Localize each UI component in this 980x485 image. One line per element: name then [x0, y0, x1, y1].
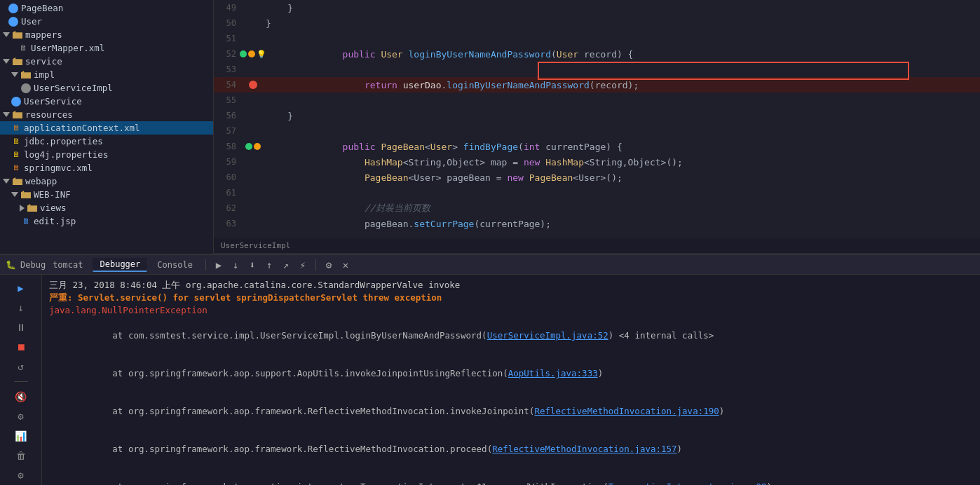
console-output: 三月 23, 2018 8:46:04 上午 org.apache.catali…	[42, 275, 980, 485]
folder-icon	[13, 31, 22, 39]
editor-filename-bar: UserServiceImpl	[214, 238, 980, 254]
link-reflective-1[interactable]: ReflectiveMethodInvocation.java:190	[534, 406, 719, 416]
step-over-icon-btn[interactable]: ↓	[13, 300, 29, 315]
code-lines: 49 } 50 } 51 52	[214, 0, 980, 254]
folder-icon	[13, 177, 22, 185]
separator	[205, 259, 206, 271]
code-line-55: 55	[214, 93, 980, 108]
interface-icon	[11, 97, 21, 107]
file-tree: PageBean User mappers 🗎 UserMapper.xml s…	[0, 0, 214, 254]
code-line-60: 60 PageBean<User> pageBean = new PageBea…	[214, 170, 980, 185]
link-userserviceimpl[interactable]: UserServiceImpl.java:52	[487, 330, 608, 341]
debug-status-icon: 🐛	[6, 260, 16, 270]
code-line-56: 56 }	[214, 108, 980, 123]
folder-icon	[27, 204, 37, 212]
step-over-btn[interactable]: ↓	[229, 258, 243, 272]
debug-dot-2-icon	[248, 50, 255, 57]
gutter-58	[243, 143, 263, 150]
class-icon	[21, 83, 31, 93]
sidebar-item-applicationcontext[interactable]: 🗎 applicationContext.xml	[0, 121, 213, 135]
breakpoint-icon[interactable]	[249, 81, 257, 89]
folder-icon	[21, 71, 31, 78]
chevron-down-icon	[11, 192, 18, 197]
console-line-5: at org.springframework.aop.support.AopUt…	[49, 355, 973, 392]
evaluate-btn[interactable]: ⚡	[296, 258, 310, 272]
chevron-down-icon	[11, 72, 18, 77]
tab-console[interactable]: Console	[150, 259, 200, 271]
folder-icon	[13, 111, 22, 118]
resume-btn[interactable]: ▶	[212, 258, 226, 272]
debug-dot-icon	[240, 50, 247, 57]
sidebar-item-editjsp[interactable]: 🗎 edit.jsp	[0, 214, 213, 228]
sidebar-item-views[interactable]: views	[0, 201, 213, 214]
console-line-8: at org.springframework.transaction.inter…	[49, 468, 973, 485]
chevron-down-icon	[3, 59, 10, 64]
console-line-3: java.lang.NullPointerException	[49, 304, 973, 317]
link-txinterceptor-1[interactable]: TransactionInterceptor.java:99	[608, 481, 767, 485]
close-btn[interactable]: ✕	[339, 258, 353, 272]
props-file-icon: 🗎	[13, 150, 21, 160]
tomcat-label: tomcat	[53, 260, 83, 270]
divider	[14, 381, 28, 382]
code-line-52: 52 💡 public User loginByUserNameAndPassw…	[214, 46, 980, 62]
folder-icon	[13, 57, 22, 65]
link-aoputils[interactable]: AopUtils.java:333	[508, 368, 598, 378]
step-out-btn[interactable]: ↑	[262, 258, 276, 272]
run-to-cursor-btn[interactable]: ↗	[279, 258, 293, 272]
code-line-54: 54 return userDao.loginByUserNameAndPass…	[214, 77, 980, 93]
mute-icon-btn[interactable]: 🔇	[13, 389, 29, 404]
settings-icon-btn[interactable]: ⚙	[13, 467, 29, 483]
sidebar-item-userserviceimpl[interactable]: UserServiceImpl	[0, 81, 213, 95]
console-line-1: 三月 23, 2018 8:46:04 上午 org.apache.catali…	[49, 279, 973, 292]
memory-icon-btn[interactable]: 📊	[13, 428, 29, 444]
debug-toolbar: 🐛 Debug tomcat Debugger Console ▶ ↓ ⬇ ↑ …	[0, 255, 980, 275]
editor-area: PageBean User mappers 🗎 UserMapper.xml s…	[0, 0, 980, 254]
debug-status-label: Debug	[20, 260, 46, 270]
sidebar-item-resources[interactable]: resources	[0, 108, 213, 121]
sidebar-item-usermapper[interactable]: 🗎 UserMapper.xml	[0, 41, 213, 55]
tab-debugger[interactable]: Debugger	[93, 258, 147, 272]
sidebar-item-webapp[interactable]: webapp	[0, 175, 213, 188]
trash-icon-btn[interactable]: 🗑	[13, 448, 29, 463]
settings-btn[interactable]: ⚙	[322, 258, 336, 272]
link-reflective-2[interactable]: ReflectiveMethodInvocation.java:157	[492, 444, 676, 454]
sidebar-item-user[interactable]: User	[0, 15, 213, 28]
debug-left-panel: ▶ ↓ ⏸ ⏹ ↺ 🔇 ⚙ 📊 🗑 ⚙ ✕	[0, 275, 42, 485]
sidebar-item-log4j[interactable]: 🗎 log4j.properties	[0, 148, 213, 161]
sidebar-item-jdbc[interactable]: 🗎 jdbc.properties	[0, 135, 213, 148]
chevron-down-icon	[3, 179, 10, 184]
sidebar-item-impl[interactable]: impl	[0, 68, 213, 81]
folder-icon	[21, 191, 31, 198]
console-line-2: 严重: Servlet.service() for servlet spring…	[49, 292, 973, 304]
code-line-50: 50 }	[214, 15, 980, 31]
step-into-btn[interactable]: ⬇	[245, 258, 259, 272]
sidebar-item-webinf[interactable]: WEB-INF	[0, 188, 213, 201]
class-icon	[8, 4, 18, 13]
pause-icon-btn[interactable]: ⏸	[13, 320, 29, 335]
debug-dot-3-icon	[245, 143, 252, 150]
bottom-section: 🐛 Debug tomcat Debugger Console ▶ ↓ ⬇ ↑ …	[0, 254, 980, 485]
gutter-52: 💡	[243, 50, 263, 59]
sidebar-item-mappers[interactable]: mappers	[0, 28, 213, 41]
sidebar-item-springmvc[interactable]: 🗎 springmvc.xml	[0, 161, 213, 175]
separator-2	[315, 259, 316, 271]
console-line-7: at org.springframework.aop.framework.Ref…	[49, 430, 973, 468]
xml-file-icon: 🗎	[20, 43, 28, 53]
xml-file-icon: 🗎	[13, 163, 21, 173]
code-editor: 49 } 50 } 51 52	[214, 0, 980, 254]
restart-icon-btn[interactable]: ↺	[13, 359, 29, 374]
sidebar-item-userservice[interactable]: UserService	[0, 95, 213, 108]
threads-icon-btn[interactable]: ⚙	[13, 409, 29, 424]
resume-icon-btn[interactable]: ▶	[13, 280, 29, 296]
xml-file-icon: 🗎	[13, 123, 21, 133]
console-line-6: at org.springframework.aop.framework.Ref…	[49, 392, 973, 430]
class-icon	[8, 17, 18, 27]
sidebar-item-pagebean[interactable]: PageBean	[0, 1, 213, 15]
gutter-54	[243, 81, 263, 89]
jsp-file-icon: 🗎	[22, 217, 31, 226]
chevron-down-icon	[3, 112, 10, 117]
chevron-right-icon	[20, 205, 25, 212]
sidebar-item-service[interactable]: service	[0, 55, 213, 68]
bottom-main: ▶ ↓ ⏸ ⏹ ↺ 🔇 ⚙ 📊 🗑 ⚙ ✕ 三月 23, 2018 8:46:0…	[0, 275, 980, 485]
stop-icon-btn[interactable]: ⏹	[13, 339, 29, 355]
